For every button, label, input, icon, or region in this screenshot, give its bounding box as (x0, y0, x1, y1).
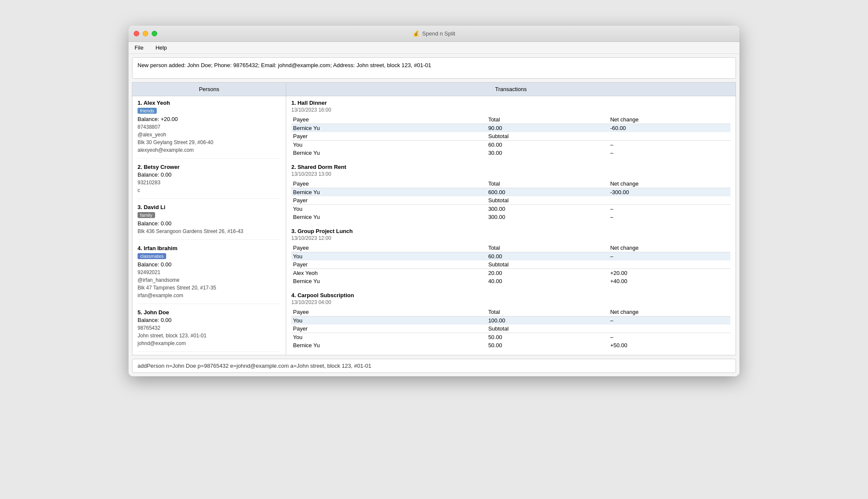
transaction-item: 4. Carpool Subscription 13/10/2023 04:00… (291, 292, 730, 349)
person-email: irfan@example.com (138, 292, 281, 299)
menu-help[interactable]: Help (153, 44, 170, 52)
person-name: 2. Betsy Crower (138, 164, 281, 170)
payee-total: 600.00 (487, 188, 609, 197)
person-social: @alex_yeoh (138, 131, 281, 139)
person-item[interactable]: 2. Betsy Crower Balance: 0.00 93210283c (138, 164, 281, 199)
menu-file[interactable]: File (132, 44, 146, 52)
menubar: File Help (129, 42, 739, 54)
col-total-header: Total (487, 244, 609, 252)
person-details: Blk 436 Serangoon Gardens Street 26, #16… (138, 227, 281, 235)
persons-list: 1. Alex Yeoh friends Balance: +20.00 874… (132, 96, 286, 355)
transaction-table: Payee Total Net change You 60.00 – Payer… (291, 244, 730, 285)
payer-row: Bernice Yu 30.00 – (291, 149, 730, 157)
payer-name: Bernice Yu (291, 149, 487, 157)
payee-row: You 100.00 – (291, 316, 730, 325)
transactions-panel: Transactions 1. Hall Dinner 13/10/2023 1… (286, 83, 736, 355)
transaction-table: Payee Total Net change Bernice Yu 600.00… (291, 180, 730, 221)
traffic-lights (134, 31, 157, 36)
payee-total: 90.00 (487, 124, 609, 133)
netchange-col-header2 (608, 260, 730, 269)
person-phone: 87438807 (138, 123, 281, 131)
window-title: 💰 Spend n Split (413, 30, 455, 37)
payer-netchange: +20.00 (608, 269, 730, 278)
payer-name: Bernice Yu (291, 213, 487, 221)
person-phone: 98765432 (138, 324, 281, 332)
person-balance: Balance: 0.00 (138, 317, 281, 323)
person-balance: Balance: 0.00 (138, 220, 281, 227)
person-details: 93210283c (138, 179, 281, 194)
transaction-item: 1. Hall Dinner 13/10/2023 16:00 Payee To… (291, 100, 730, 157)
payee-netchange: – (608, 252, 730, 261)
person-address: John street, block 123, #01-01 (138, 332, 281, 340)
transaction-name: 1. Hall Dinner (291, 100, 730, 106)
person-phone: 93210283 (138, 179, 281, 186)
close-button[interactable] (134, 31, 139, 36)
persons-panel: Persons 1. Alex Yeoh friends Balance: +2… (132, 83, 286, 355)
payer-netchange: – (608, 205, 730, 213)
command-bar[interactable]: addPerson n=John Doe p=98765432 e=johnd@… (132, 359, 736, 373)
person-social: @irfan_handsome (138, 276, 281, 284)
main-window: 💰 Spend n Split File Help New person add… (129, 26, 739, 376)
person-phone: 92492021 (138, 269, 281, 276)
person-name: 1. Alex Yeoh (138, 100, 281, 106)
person-tags: classmates (138, 253, 281, 260)
person-tags: family (138, 212, 281, 219)
person-email: alexyeoh@example.com (138, 146, 281, 154)
transactions-header: Transactions (286, 83, 736, 96)
transaction-table: Payee Total Net change Bernice Yu 90.00 … (291, 115, 730, 157)
command-text: addPerson n=John Doe p=98765432 e=johnd@… (138, 363, 371, 369)
app-title: Spend n Split (422, 30, 455, 37)
transaction-name: 2. Shared Dorm Rent (291, 164, 730, 170)
col-payee-header: Payee (291, 308, 487, 316)
person-balance: Balance: 0.00 (138, 171, 281, 178)
netchange-col-header2 (608, 325, 730, 333)
payer-netchange: +40.00 (608, 277, 730, 285)
payer-col-header: Payer (291, 260, 487, 269)
person-item[interactable]: 5. John Doe Balance: 0.00 98765432John s… (138, 309, 281, 352)
person-item[interactable]: 1. Alex Yeoh friends Balance: +20.00 874… (138, 100, 281, 159)
subtotal-col-header: Subtotal (487, 196, 609, 205)
payer-name: You (291, 205, 487, 213)
payer-row: Bernice Yu 40.00 +40.00 (291, 277, 730, 285)
netchange-col-header2 (608, 132, 730, 141)
payee-name: Bernice Yu (291, 124, 487, 133)
person-item[interactable]: 3. David Li family Balance: 0.00 Blk 436… (138, 204, 281, 240)
transaction-name: 4. Carpool Subscription (291, 292, 730, 298)
transactions-list: 1. Hall Dinner 13/10/2023 16:00 Payee To… (286, 96, 736, 355)
person-address: Blk 30 Geylang Street 29, #06-40 (138, 139, 281, 146)
payer-netchange: – (608, 333, 730, 342)
col-total-header: Total (487, 180, 609, 188)
person-item[interactable]: 4. Irfan Ibrahim classmates Balance: 0.0… (138, 245, 281, 304)
person-tag: family (138, 212, 155, 218)
person-tag: friends (138, 108, 157, 114)
payer-col-header: Payer (291, 196, 487, 205)
person-details: 87438807@alex_yeohBlk 30 Geylang Street … (138, 123, 281, 154)
col-payee-header: Payee (291, 244, 487, 252)
transaction-header-row: Payee Total Net change (291, 308, 730, 316)
col-netchange-header: Net change (608, 244, 730, 252)
payee-total: 60.00 (487, 252, 609, 261)
person-email: johnd@example.com (138, 340, 281, 347)
payer-name: You (291, 141, 487, 149)
payer-subtotal: 300.00 (487, 213, 609, 221)
payee-name: You (291, 316, 487, 325)
minimize-button[interactable] (143, 31, 148, 36)
netchange-col-header2 (608, 196, 730, 205)
payer-subtotal: 30.00 (487, 149, 609, 157)
payer-subtotal: 50.00 (487, 341, 609, 349)
payer-row: Bernice Yu 50.00 +50.00 (291, 341, 730, 349)
maximize-button[interactable] (152, 31, 157, 36)
payer-name: Bernice Yu (291, 277, 487, 285)
persons-header: Persons (132, 83, 286, 96)
person-name: 4. Irfan Ibrahim (138, 245, 281, 251)
person-social: c (138, 186, 281, 194)
transaction-item: 2. Shared Dorm Rent 13/10/2023 13:00 Pay… (291, 164, 730, 221)
col-total-header: Total (487, 308, 609, 316)
person-address: Blk 436 Serangoon Gardens Street 26, #16… (138, 227, 281, 235)
transaction-date: 13/10/2023 04:00 (291, 299, 730, 305)
transaction-date: 13/10/2023 12:00 (291, 235, 730, 241)
payee-netchange: -300.00 (608, 188, 730, 197)
payee-name: Bernice Yu (291, 188, 487, 197)
transaction-header-row: Payee Total Net change (291, 115, 730, 124)
payee-row: Bernice Yu 600.00 -300.00 (291, 188, 730, 197)
